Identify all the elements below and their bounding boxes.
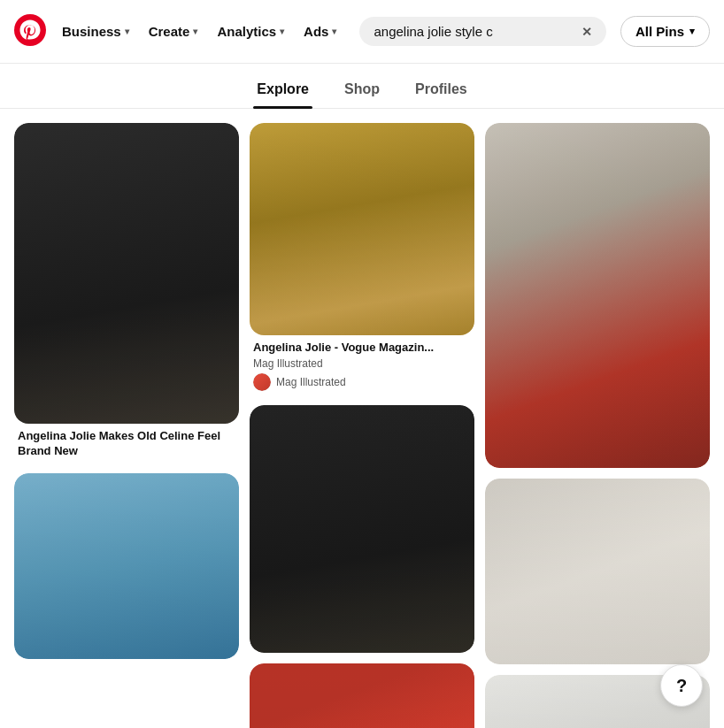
search-clear-button[interactable]: ✕ (582, 25, 592, 39)
pin-info: Angelina Jolie Makes Old Celine Feel Bra… (14, 424, 239, 463)
nav-create-label: Create (149, 24, 190, 39)
nav-ads-label: Ads (304, 24, 328, 39)
filter-label: All Pins (635, 24, 684, 39)
pin-card[interactable] (250, 663, 474, 728)
nav-analytics[interactable]: Analytics ▾ (208, 17, 293, 46)
filter-chevron: ▾ (689, 26, 695, 37)
nav-business-label: Business (62, 24, 121, 39)
nav-create[interactable]: Create ▾ (140, 17, 207, 46)
pinterest-logo[interactable] (14, 14, 46, 50)
pin-author-row: Mag Illustrated (253, 373, 471, 391)
pin-image-container (250, 663, 474, 728)
pin-card[interactable] (250, 405, 474, 653)
nav-create-chevron: ▾ (193, 27, 197, 36)
nav-ads-chevron: ▾ (332, 27, 336, 36)
author-avatar (253, 373, 271, 391)
pin-image-container (250, 405, 474, 653)
pin-image-container (14, 123, 239, 424)
pin-image-container (485, 123, 710, 468)
content-tabs: Explore Shop Profiles (0, 64, 724, 109)
nav-business[interactable]: Business ▾ (53, 17, 138, 46)
search-bar: ✕ (359, 17, 606, 46)
nav-business-chevron: ▾ (125, 27, 129, 36)
filter-button[interactable]: All Pins ▾ (620, 16, 710, 47)
pin-card[interactable] (485, 123, 710, 468)
pin-image-container (250, 123, 474, 335)
pin-title: Angelina Jolie Makes Old Celine Feel Bra… (18, 429, 235, 459)
svg-point-0 (14, 14, 46, 46)
pins-grid: Angelina Jolie Makes Old Celine Feel Bra… (0, 123, 724, 728)
pin-image-container (14, 473, 239, 659)
pin-card[interactable] (14, 473, 239, 659)
tab-profiles[interactable]: Profiles (412, 74, 471, 108)
nav-analytics-label: Analytics (217, 24, 276, 39)
tab-shop[interactable]: Shop (341, 74, 383, 108)
author-name: Mag Illustrated (276, 376, 346, 388)
tab-explore[interactable]: Explore (253, 74, 312, 108)
pin-card[interactable]: Angelina Jolie Makes Old Celine Feel Bra… (14, 123, 239, 463)
help-button[interactable]: ? (660, 664, 703, 707)
nav-analytics-chevron: ▾ (280, 27, 284, 36)
nav-ads[interactable]: Ads ▾ (295, 17, 345, 46)
pin-image-container (485, 479, 710, 664)
pin-card[interactable]: Angelina Jolie - Vogue Magazin...Mag Ill… (250, 123, 474, 395)
main-nav: Business ▾ Create ▾ Analytics ▾ Ads ▾ (53, 17, 345, 46)
main-header: Business ▾ Create ▾ Analytics ▾ Ads ▾ ✕ … (0, 0, 724, 64)
search-input[interactable] (374, 24, 574, 39)
pin-title: Angelina Jolie - Vogue Magazin... (253, 341, 471, 356)
pin-card[interactable] (485, 479, 710, 664)
pin-info: Angelina Jolie - Vogue Magazin...Mag Ill… (250, 335, 474, 395)
pin-subtitle: Mag Illustrated (253, 357, 471, 370)
